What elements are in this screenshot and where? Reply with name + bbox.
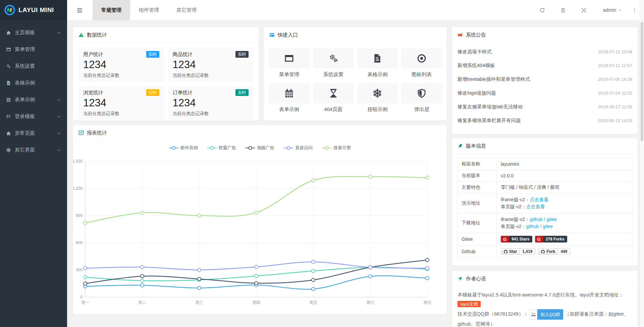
notice-text: 新增系统404模板 <box>458 62 495 69</box>
github-count: 1,419 <box>520 248 535 255</box>
sidebar-item-3[interactable]: 表格示例 <box>0 74 67 91</box>
gears-icon <box>6 64 11 69</box>
words-paragraph-2: 技术交流QQ群（667813249）：加入QQ群（加群请备注来源：如gitee、… <box>458 309 632 327</box>
panel-header: 数据统计 <box>73 27 259 43</box>
quick-entry-表格示例[interactable]: 表格示例 <box>357 48 398 78</box>
topbar-actions: admin <box>525 7 644 13</box>
scrollbar-thumb[interactable] <box>641 22 643 141</box>
legend-label: 搜索引擎 <box>333 145 351 151</box>
legend-item-直接访问[interactable]: 直接访问 <box>284 145 313 151</box>
sidebar-item-7[interactable]: 其它界面 <box>0 142 67 158</box>
join-qq-badge[interactable]: 加入QQ群 <box>530 309 563 320</box>
app-logo[interactable]: LAYUI MINI <box>0 0 67 20</box>
notice-item[interactable]: 修复多模块菜单栏展开有问题 2019-06-13 14:53 <box>452 114 638 127</box>
sidebar-item-2[interactable]: 系统设置 <box>0 58 67 74</box>
notice-item[interactable]: 修改logo缩放问题 2019-07-04 11:02 <box>452 86 638 100</box>
version-link[interactable]: github / gitee <box>530 217 556 222</box>
panel-header: 作者心语 <box>452 271 638 287</box>
sidebar-item-4[interactable]: 表单示例 <box>0 91 67 108</box>
stat-description: 当前分类总记录数 <box>83 111 159 117</box>
legend-item-邮件营销[interactable]: 邮件营销 <box>169 145 198 151</box>
version-link-line: 单页版-v2：github / gitee <box>501 223 628 230</box>
leaf-icon <box>458 143 463 149</box>
legend-item-联盟广告[interactable]: 联盟广告 <box>207 145 236 151</box>
notice-item[interactable]: 修复左侧菜单缩放tab无法移动 2019-06-17 11:55 <box>452 100 638 114</box>
stats-cards: 用户统计 实时 1234 当前分类总记录数 商品统计 实时 1234 当前分类总… <box>73 43 259 121</box>
quick-entry-菜单管理[interactable]: 菜单管理 <box>269 48 310 78</box>
user-menu[interactable]: admin <box>603 7 622 13</box>
quick-entry-label: 表格示例 <box>357 71 398 78</box>
quick-entry-图标列表[interactable]: 图标列表 <box>401 48 442 78</box>
version-row-label: Github <box>458 246 497 258</box>
version-link-line: 单页版-v2：点击查看 <box>501 203 628 210</box>
quick-entry-按钮示例[interactable]: 按钮示例 <box>357 83 398 113</box>
home-icon <box>6 30 11 35</box>
github-badge[interactable]: Fork440 <box>538 248 570 255</box>
topbar-tab-2[interactable]: 其它管理 <box>168 0 205 20</box>
legend-item-搜索引擎[interactable]: 搜索引擎 <box>322 145 351 151</box>
stat-card: 用户统计 实时 1234 当前分类总记录数 <box>78 48 164 82</box>
layui-doc-badge[interactable]: layui文档 <box>458 301 481 307</box>
version-value: v2.0.0 <box>501 173 514 178</box>
version-value: layuimini <box>501 161 519 167</box>
topbar-tab-1[interactable]: 组件管理 <box>130 0 168 20</box>
sidebar-item-label: 菜单管理 <box>15 46 35 53</box>
version-value: 零门槛 / 响应式 / 清爽 / 极简 <box>501 184 559 190</box>
chart-legend: 邮件营销 联盟广告 视频广告 直接访问 搜索引擎 <box>73 145 447 151</box>
sidebar-item-label: 其它界面 <box>15 147 35 153</box>
chevron-down-icon <box>57 31 61 35</box>
panel-title: 版本信息 <box>466 143 486 149</box>
sidebar-item-5[interactable]: 登录模板 <box>0 108 67 125</box>
report-chart: 03006009001,2001,500周一周二周三周四周五周六周日 <box>73 141 446 314</box>
home-icon <box>6 131 11 136</box>
calendar-icon <box>284 88 294 98</box>
notice-text: 修改选项卡样式 <box>458 49 492 55</box>
quick-entry-系统设置[interactable]: 系统设置 <box>313 48 354 78</box>
legend-item-视频广告[interactable]: 视频广告 <box>246 145 274 151</box>
panel-author-words: 作者心语 本模板基于layui2.5.4以及font-awesome-4.7.0… <box>452 271 638 327</box>
topbar-tab-0[interactable]: 常规管理 <box>93 0 130 20</box>
card-icon <box>269 32 275 38</box>
quick-entry-404页面[interactable]: 404页面 <box>313 83 354 113</box>
window-icon <box>284 53 294 63</box>
github-count: 440 <box>558 248 570 255</box>
panel-quick-entry: 快捷入口 菜单管理 系统设置 表格示例 图标列表 表单示例 404页面 按钮示例… <box>264 27 447 121</box>
file-icon <box>6 80 11 86</box>
svg-text:周五: 周五 <box>309 300 317 305</box>
sidebar-item-0[interactable]: 主页模板 <box>0 24 67 41</box>
file-icon <box>372 53 382 63</box>
stat-description: 当前分类总记录数 <box>173 111 249 117</box>
vertical-scrollbar[interactable] <box>640 0 644 327</box>
version-link[interactable]: 点击查看 <box>530 197 548 202</box>
version-link[interactable]: 点击查看 <box>526 204 545 209</box>
quick-entry-表单示例[interactable]: 表单示例 <box>269 83 310 113</box>
notice-item[interactable]: 新增treetable插件和菜单管理样式 2019-07-05 14:28 <box>452 72 638 86</box>
svg-text:1,200: 1,200 <box>73 186 83 191</box>
legend-marker-icon <box>284 146 293 150</box>
stat-card: 浏览统计 实时 1234 当前分类总记录数 <box>78 86 164 120</box>
legend-marker-icon <box>246 146 255 150</box>
github-badge[interactable]: Star1,419 <box>501 248 535 255</box>
svg-text:0: 0 <box>80 295 83 299</box>
notice-item[interactable]: 新增系统404模板 2019-07-11 12:57 <box>452 59 638 72</box>
svg-text:周日: 周日 <box>423 300 431 305</box>
version-link[interactable]: github / gitee <box>526 224 553 229</box>
notice-text: 修复左侧菜单缩放tab无法移动 <box>458 104 523 110</box>
notice-item[interactable]: 修改选项卡样式 2019-07-11 23:06 <box>452 45 638 59</box>
quick-entry-弹出层[interactable]: 弹出层 <box>401 83 442 113</box>
quick-entry-label: 表单示例 <box>269 106 310 113</box>
gitee-badge[interactable]: G941 Stars <box>501 236 532 242</box>
version-row-label: 框架名称 <box>458 158 497 170</box>
panel-header: 系统公告 <box>452 27 638 43</box>
version-link-line: iframe版-v2：点击查看 <box>501 196 628 203</box>
gitee-badge[interactable]: G278 Forks <box>535 236 567 242</box>
sidebar-item-6[interactable]: 异常页面 <box>0 125 67 142</box>
app-title: LAYUI MINI <box>18 6 54 14</box>
trash-icon[interactable] <box>560 7 566 13</box>
sidebar-item-1[interactable]: 菜单管理 <box>0 41 67 58</box>
more-options-icon[interactable] <box>632 8 637 13</box>
fullscreen-icon[interactable] <box>581 7 587 13</box>
panel-system-notice: 系统公告 修改选项卡样式 2019-07-11 23:06 新增系统404模板 … <box>452 27 638 134</box>
refresh-icon[interactable] <box>539 7 545 13</box>
collapse-sidebar-icon[interactable] <box>76 7 84 13</box>
